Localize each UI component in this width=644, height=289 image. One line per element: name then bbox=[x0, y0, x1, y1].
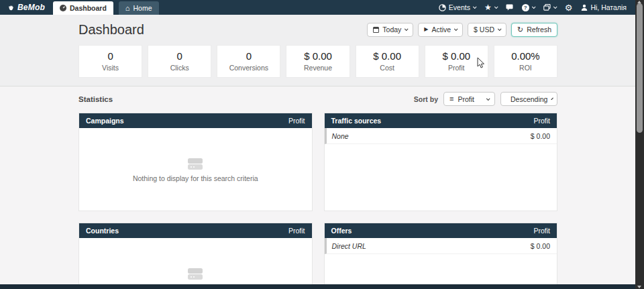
settings-button[interactable]: ⚙ bbox=[565, 3, 573, 12]
apps-menu[interactable] bbox=[543, 4, 556, 11]
empty-state: Nothing to display for this search crite… bbox=[79, 238, 312, 289]
chevron-down-icon bbox=[454, 27, 458, 31]
stat-label: Clicks bbox=[148, 64, 211, 72]
panels-grid: Campaigns Profit Nothing to display for … bbox=[78, 113, 557, 289]
panel-traffic-sources: Traffic sources Profit None $ 0.00 bbox=[324, 113, 558, 211]
stat-card-visits[interactable]: 0 Visits bbox=[78, 45, 142, 78]
stat-card-cost[interactable]: $ 0.00 Cost bbox=[356, 45, 419, 78]
tab-dashboard[interactable]: Dashboard bbox=[53, 1, 113, 15]
panel-metric-label: Profit bbox=[288, 227, 305, 235]
sort-direction-select[interactable]: Descending bbox=[500, 92, 557, 106]
favorites-menu[interactable]: ★ bbox=[484, 3, 497, 11]
sort-by-label: Sort by bbox=[414, 95, 438, 103]
top-navbar: BeMob Dashboard ⌂ Home Events ★ ? bbox=[0, 0, 644, 15]
stats-cards: 0 Visits 0 Clicks 0 Conversions $ 0.00 R… bbox=[78, 45, 557, 78]
status-filter-button[interactable]: ▶ Active bbox=[418, 23, 463, 37]
stat-label: Visits bbox=[79, 64, 142, 72]
panel-header: Offers Profit bbox=[325, 223, 557, 238]
table-row[interactable]: Direct URL $ 0.00 bbox=[325, 238, 557, 254]
tab-label: Dashboard bbox=[70, 4, 107, 12]
panel-header: Traffic sources Profit bbox=[325, 113, 557, 128]
user-menu[interactable]: Hi, Наталія bbox=[581, 3, 627, 11]
star-icon: ★ bbox=[484, 3, 492, 11]
date-range-label: Today bbox=[382, 25, 401, 34]
brand-name: BeMob bbox=[17, 3, 45, 12]
chat-button[interactable] bbox=[506, 4, 513, 11]
panel-metric-label: Profit bbox=[533, 227, 550, 235]
play-icon: ▶ bbox=[424, 27, 428, 32]
stat-value: $ 0.00 bbox=[286, 50, 349, 62]
refresh-icon: ↻ bbox=[517, 26, 523, 34]
events-pie-icon bbox=[439, 4, 446, 11]
panel-header: Campaigns Profit bbox=[79, 113, 312, 128]
panel-offers: Offers Profit Direct URL $ 0.00 bbox=[324, 223, 558, 289]
bemob-logo[interactable]: BeMob bbox=[0, 0, 53, 15]
empty-state-text: Nothing to display for this search crite… bbox=[133, 174, 258, 182]
stat-card-clicks[interactable]: 0 Clicks bbox=[148, 45, 211, 78]
stat-label: Profit bbox=[425, 64, 488, 72]
panel-title: Countries bbox=[86, 227, 119, 235]
row-value: $ 0.00 bbox=[531, 132, 550, 140]
status-filter-label: Active bbox=[431, 25, 451, 34]
stat-label: ROI bbox=[494, 64, 557, 72]
events-label: Events bbox=[449, 3, 470, 11]
navbar-tabs: Dashboard ⌂ Home bbox=[53, 0, 159, 15]
panel-title: Campaigns bbox=[86, 117, 124, 125]
panel-title: Offers bbox=[331, 227, 352, 235]
database-icon bbox=[188, 268, 203, 280]
events-menu[interactable]: Events bbox=[439, 3, 476, 11]
user-greeting: Hi, Наталія bbox=[590, 3, 627, 11]
stat-label: Conversions bbox=[217, 64, 280, 72]
help-menu[interactable]: ? bbox=[522, 4, 535, 11]
scroll-down-arrow-icon[interactable] bbox=[637, 286, 641, 288]
panel-metric-label: Profit bbox=[288, 117, 305, 125]
chevron-down-icon bbox=[553, 5, 557, 9]
header-zone: Dashboard Today ▶ Active $ USD ↻ bbox=[0, 15, 644, 86]
chevron-down-icon bbox=[405, 27, 409, 31]
stat-value: 0 bbox=[79, 50, 142, 62]
panel-title: Traffic sources bbox=[331, 117, 382, 125]
page-title: Dashboard bbox=[78, 22, 144, 38]
panel-header: Countries Profit bbox=[79, 223, 312, 238]
help-icon: ? bbox=[522, 4, 529, 11]
windows-stack-icon bbox=[543, 4, 551, 11]
stat-card-conversions[interactable]: 0 Conversions bbox=[217, 45, 280, 78]
panel-campaigns: Campaigns Profit Nothing to display for … bbox=[78, 113, 313, 211]
scrollbar-thumb[interactable] bbox=[637, 3, 643, 133]
chevron-down-icon bbox=[532, 5, 536, 9]
currency-button[interactable]: $ USD bbox=[468, 23, 506, 37]
stat-card-revenue[interactable]: $ 0.00 Revenue bbox=[286, 45, 350, 78]
stat-label: Revenue bbox=[286, 64, 349, 72]
sort-direction-value: Descending bbox=[511, 95, 547, 103]
tab-home[interactable]: ⌂ Home bbox=[119, 1, 159, 15]
chevron-down-icon bbox=[494, 5, 498, 9]
stat-card-profit[interactable]: $ 0.00 Profit bbox=[425, 45, 488, 78]
row-value: $ 0.00 bbox=[531, 242, 550, 250]
home-icon: ⌂ bbox=[125, 5, 130, 12]
currency-label: $ USD bbox=[474, 25, 494, 34]
chat-bubble-icon bbox=[506, 4, 513, 11]
stat-card-roi[interactable]: 0.00% ROI bbox=[494, 45, 557, 78]
sort-controls: Sort by ≡ Profit Descending bbox=[414, 92, 557, 106]
row-name: Direct URL bbox=[332, 242, 366, 250]
panel-countries: Countries Profit Nothing to display for … bbox=[78, 223, 313, 289]
date-range-button[interactable]: Today bbox=[367, 23, 413, 37]
menu-icon: ≡ bbox=[449, 95, 453, 103]
footer-bar bbox=[0, 284, 644, 289]
table-row[interactable]: None $ 0.00 bbox=[325, 128, 557, 144]
stat-value: 0 bbox=[217, 50, 280, 62]
refresh-button[interactable]: ↻ Refresh bbox=[511, 23, 557, 37]
panel-metric-label: Profit bbox=[533, 117, 550, 125]
bemob-hand-icon bbox=[7, 4, 15, 11]
database-icon bbox=[188, 158, 203, 170]
stat-value: 0.00% bbox=[494, 50, 557, 62]
vertical-scrollbar[interactable] bbox=[635, 0, 644, 289]
stat-label: Cost bbox=[356, 64, 419, 72]
chevron-down-icon bbox=[473, 5, 477, 9]
chevron-down-icon bbox=[486, 97, 490, 101]
stat-value: $ 0.00 bbox=[425, 50, 488, 62]
sort-field-value: Profit bbox=[458, 95, 474, 103]
sort-field-select[interactable]: ≡ Profit bbox=[443, 92, 495, 106]
statistics-title: Statistics bbox=[78, 95, 113, 103]
refresh-label: Refresh bbox=[527, 25, 551, 34]
